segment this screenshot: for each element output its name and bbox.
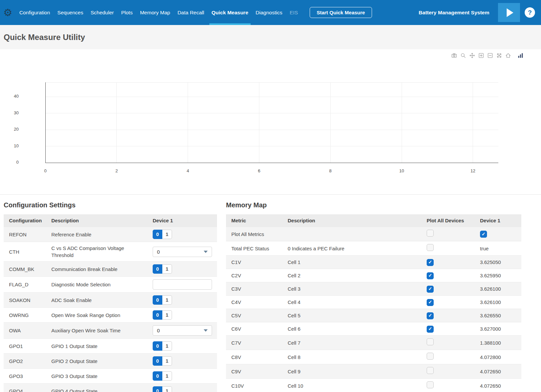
play-button[interactable]: [498, 3, 520, 22]
metric-description: Cell 9: [282, 365, 421, 378]
config-name: GPO3: [4, 370, 46, 382]
gpo4-toggle-option-1[interactable]: 1: [162, 386, 172, 392]
metric-description: Cell 5: [282, 309, 421, 322]
zoom-icon[interactable]: [460, 52, 466, 58]
x-tick-label: 10: [392, 168, 412, 173]
c5v-plot-all-checkbox[interactable]: ✓: [427, 312, 434, 319]
gpo3-toggle-option-0[interactable]: 0: [153, 371, 162, 381]
device1-value: 4.072800: [480, 354, 501, 360]
nav-item-configuration[interactable]: Configuration: [16, 0, 54, 25]
page-header: Quick Measure Utility: [0, 25, 541, 49]
zoom-out-icon[interactable]: [487, 52, 493, 58]
comm-bk-toggle: 01: [153, 264, 172, 274]
zoom-in-icon[interactable]: [478, 52, 484, 58]
config-device1-control: 01: [147, 384, 217, 392]
config-device1-control: 0: [147, 244, 217, 260]
c10v-plot-all-checkbox[interactable]: [427, 381, 434, 388]
soakon-toggle-option-0[interactable]: 0: [153, 295, 162, 305]
config-description: GPIO 4 Output State: [46, 385, 147, 392]
x-tick-label: 2: [107, 168, 127, 173]
config-settings-title: Configuration Settings: [4, 201, 217, 209]
help-button[interactable]: ?: [525, 7, 535, 18]
home-icon[interactable]: [505, 52, 511, 58]
cth-select[interactable]: 0: [153, 247, 212, 257]
owa-select[interactable]: 0: [153, 325, 212, 336]
c2v-plot-all-checkbox[interactable]: ✓: [427, 272, 434, 279]
owrng-toggle-option-0[interactable]: 0: [153, 310, 162, 320]
plot-all-cell: ✓: [421, 322, 475, 335]
config-row-soakon: SOAKONADC Soak Enable01: [4, 293, 217, 308]
plot-all-metrics-plot-all-checkbox[interactable]: [427, 230, 434, 237]
nav-item-memory-map[interactable]: Memory Map: [136, 0, 174, 25]
c6v-plot-all-checkbox[interactable]: ✓: [427, 326, 434, 333]
config-device1-control: [147, 277, 217, 292]
nav-item-plots[interactable]: Plots: [117, 0, 136, 25]
flag-d-input[interactable]: [153, 279, 212, 290]
device1-value: 1.388100: [480, 340, 501, 346]
tables-section: Configuration Settings Configuration Des…: [0, 194, 541, 392]
camera-icon[interactable]: [451, 52, 457, 58]
plot-all-metrics-device1-checkbox[interactable]: ✓: [480, 231, 487, 238]
owrng-toggle-option-1[interactable]: 1: [162, 310, 172, 320]
gpo3-toggle-option-1[interactable]: 1: [162, 371, 172, 381]
settings-gear-icon[interactable]: ⚙: [3, 8, 12, 18]
memory-row-c4v: C4VCell 4✓3.626100: [226, 296, 521, 309]
nav-tabs: ConfigurationSequencesSchedulerPlotsMemo…: [16, 0, 302, 25]
plot-canvas[interactable]: 010203040024681012: [0, 49, 541, 194]
metric-description: Cell 1: [282, 256, 421, 268]
refon-toggle: 01: [153, 230, 172, 239]
comm-bk-toggle-option-0[interactable]: 0: [153, 264, 162, 274]
nav-item-data-recall[interactable]: Data Recall: [174, 0, 208, 25]
config-description: Diagnostic Mode Selection: [46, 278, 147, 291]
c7v-plot-all-checkbox[interactable]: [427, 338, 434, 345]
device1-value: true: [480, 246, 489, 251]
gridline: [45, 146, 498, 146]
refon-toggle-option-1[interactable]: 1: [162, 230, 172, 239]
gpo1-toggle-option-0[interactable]: 0: [153, 341, 162, 351]
total-pec-status-plot-all-checkbox[interactable]: [427, 244, 434, 251]
config-description: Reference Enable: [46, 228, 147, 241]
owa-select-value: 0: [157, 327, 204, 334]
c1v-plot-all-checkbox[interactable]: ✓: [427, 259, 434, 266]
nav-item-diagnostics[interactable]: Diagnostics: [252, 0, 286, 25]
comm-bk-toggle-option-1[interactable]: 1: [162, 264, 172, 274]
gpo4-toggle-option-0[interactable]: 0: [153, 386, 162, 392]
c8v-plot-all-checkbox[interactable]: [427, 353, 434, 360]
c9v-plot-all-checkbox[interactable]: [427, 367, 434, 374]
gridline: [45, 97, 498, 97]
y-tick-label: 0: [0, 160, 19, 165]
config-device1-control: 01: [147, 227, 217, 242]
gpo2-toggle-option-1[interactable]: 1: [162, 356, 172, 366]
c4v-plot-all-checkbox[interactable]: ✓: [427, 299, 434, 306]
plot-all-cell: [421, 227, 475, 241]
gpo2-toggle-option-0[interactable]: 0: [153, 356, 162, 366]
config-description: GPIO 1 Output State: [46, 340, 147, 352]
metric-name: C8V: [226, 351, 282, 363]
x-tick-label: 0: [35, 168, 55, 173]
plot-modebar: [451, 52, 523, 58]
config-row-owa: OWAAuxiliary Open Wire Soak Time0: [4, 323, 217, 339]
autoscale-icon[interactable]: [496, 52, 502, 58]
device1-cell: true: [475, 242, 521, 255]
config-device1-control: 01: [147, 354, 217, 368]
plotly-logo-icon[interactable]: [517, 52, 523, 58]
refon-toggle-option-0[interactable]: 0: [153, 230, 162, 239]
gridline: [45, 82, 498, 83]
gpo2-toggle: 01: [153, 356, 172, 366]
device1-cell: 4.072800: [475, 351, 521, 363]
soakon-toggle-option-1[interactable]: 1: [162, 295, 172, 305]
nav-item-eis: EIS: [286, 0, 302, 25]
nav-item-sequences[interactable]: Sequences: [54, 0, 87, 25]
nav-item-quick-measure[interactable]: Quick Measure: [208, 0, 252, 25]
config-device1-control: 01: [147, 369, 217, 383]
config-row-owrng: OWRNGOpen Wire Soak Range Option01: [4, 308, 217, 323]
gridline: [45, 130, 498, 130]
pan-icon[interactable]: [469, 52, 475, 58]
gpo1-toggle-option-1[interactable]: 1: [162, 341, 172, 351]
c3v-plot-all-checkbox[interactable]: ✓: [427, 286, 434, 293]
nav-item-scheduler[interactable]: Scheduler: [87, 0, 118, 25]
gpo3-toggle: 01: [153, 371, 172, 381]
config-description: Communication Break Enable: [46, 263, 147, 275]
memory-map-title: Memory Map: [226, 201, 521, 209]
start-quick-measure-button[interactable]: Start Quick Measure: [310, 7, 372, 18]
